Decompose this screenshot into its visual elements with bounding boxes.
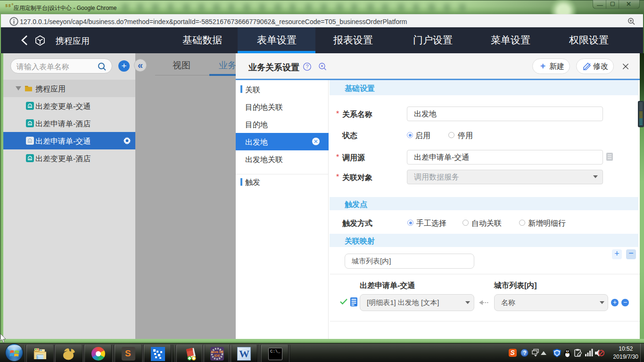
- svg-text:IDE: IDE: [214, 354, 220, 358]
- svg-text:?: ?: [305, 64, 308, 69]
